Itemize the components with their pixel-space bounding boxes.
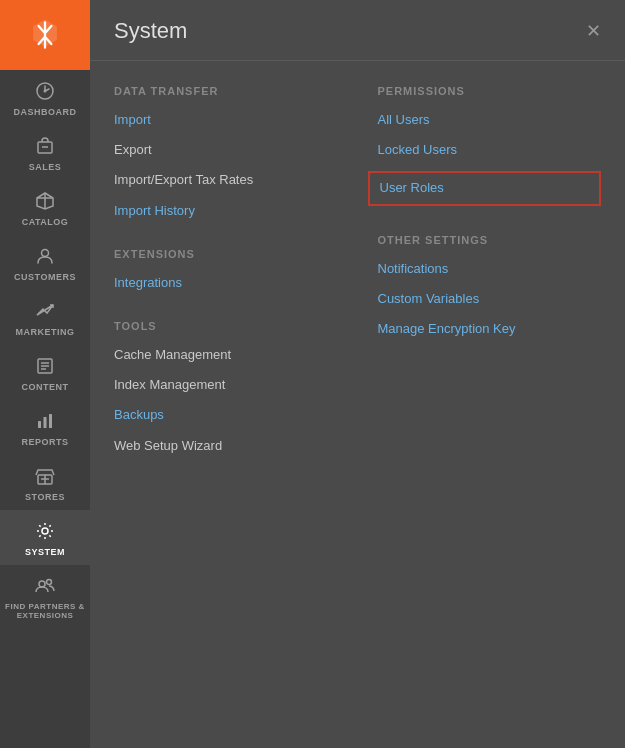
stores-icon — [34, 465, 56, 487]
tools-section: Tools Cache Management Index Management … — [114, 320, 338, 455]
dashboard-icon — [34, 80, 56, 102]
sidebar-item-system[interactable]: SYSTEM — [0, 510, 90, 565]
data-transfer-title: Data Transfer — [114, 85, 338, 97]
panel-header: System ✕ — [90, 0, 625, 61]
svg-point-1 — [44, 90, 47, 93]
locked-users-link[interactable]: Locked Users — [378, 141, 602, 159]
svg-rect-14 — [44, 417, 47, 428]
left-column: Data Transfer Import Export Import/Expor… — [114, 85, 358, 483]
content-icon — [34, 355, 56, 377]
reports-icon — [34, 410, 56, 432]
sidebar-item-content[interactable]: CONTENT — [0, 345, 90, 400]
extensions-title: Extensions — [114, 248, 338, 260]
sidebar-item-label: DASHBOARD — [14, 107, 77, 117]
right-column: Permissions All Users Locked Users User … — [358, 85, 602, 483]
permissions-title: Permissions — [378, 85, 602, 97]
sidebar-item-label: SALES — [29, 162, 62, 172]
catalog-icon — [34, 190, 56, 212]
sidebar-item-label: REPORTS — [21, 437, 68, 447]
sidebar-item-label: CONTENT — [22, 382, 69, 392]
marketing-icon — [34, 300, 56, 322]
magento-logo-icon — [25, 15, 65, 55]
sidebar-item-marketing[interactable]: MARKETING — [0, 290, 90, 345]
sidebar-item-sales[interactable]: SALES — [0, 125, 90, 180]
extensions-section: Extensions Integrations — [114, 248, 338, 292]
svg-point-7 — [42, 250, 49, 257]
panel-content: Data Transfer Import Export Import/Expor… — [90, 61, 625, 507]
sidebar-item-stores[interactable]: STORES — [0, 455, 90, 510]
data-transfer-section: Data Transfer Import Export Import/Expor… — [114, 85, 338, 220]
customers-icon — [34, 245, 56, 267]
index-management-link[interactable]: Index Management — [114, 376, 338, 394]
export-link[interactable]: Export — [114, 141, 338, 159]
system-panel: System ✕ Data Transfer Import Export Imp… — [90, 0, 625, 748]
sidebar: DASHBOARD SALES CATALOG — [0, 0, 90, 748]
svg-rect-15 — [49, 414, 52, 428]
permissions-section: Permissions All Users Locked Users User … — [378, 85, 602, 206]
other-settings-section: Other Settings Notifications Custom Vari… — [378, 234, 602, 339]
custom-variables-link[interactable]: Custom Variables — [378, 290, 602, 308]
web-setup-wizard-link[interactable]: Web Setup Wizard — [114, 437, 338, 455]
sidebar-item-customers[interactable]: CUSTOMERS — [0, 235, 90, 290]
user-roles-link[interactable]: User Roles — [368, 171, 602, 205]
sidebar-item-label: FIND PARTNERS & EXTENSIONS — [5, 602, 85, 620]
sales-icon — [34, 135, 56, 157]
cache-management-link[interactable]: Cache Management — [114, 346, 338, 364]
close-button[interactable]: ✕ — [586, 22, 601, 40]
import-link[interactable]: Import — [114, 111, 338, 129]
sidebar-item-catalog[interactable]: CATALOG — [0, 180, 90, 235]
svg-rect-13 — [38, 421, 41, 428]
svg-point-20 — [39, 581, 45, 587]
import-history-link[interactable]: Import History — [114, 202, 338, 220]
svg-point-19 — [42, 528, 48, 534]
sidebar-item-label: MARKETING — [16, 327, 75, 337]
panel-title: System — [114, 18, 187, 44]
sidebar-item-label: STORES — [25, 492, 65, 502]
integrations-link[interactable]: Integrations — [114, 274, 338, 292]
logo[interactable] — [0, 0, 90, 70]
system-icon — [34, 520, 56, 542]
import-export-tax-link[interactable]: Import/Export Tax Rates — [114, 171, 338, 189]
sidebar-item-label: CATALOG — [22, 217, 69, 227]
sidebar-item-label: SYSTEM — [25, 547, 65, 557]
svg-marker-8 — [37, 305, 53, 315]
other-settings-title: Other Settings — [378, 234, 602, 246]
tools-title: Tools — [114, 320, 338, 332]
sidebar-item-dashboard[interactable]: DASHBOARD — [0, 70, 90, 125]
sidebar-item-partners[interactable]: FIND PARTNERS & EXTENSIONS — [0, 565, 90, 628]
sidebar-item-label: CUSTOMERS — [14, 272, 76, 282]
manage-encryption-key-link[interactable]: Manage Encryption Key — [378, 320, 602, 338]
notifications-link[interactable]: Notifications — [378, 260, 602, 278]
partners-icon — [34, 575, 56, 597]
all-users-link[interactable]: All Users — [378, 111, 602, 129]
svg-point-21 — [47, 580, 52, 585]
sidebar-item-reports[interactable]: REPORTS — [0, 400, 90, 455]
backups-link[interactable]: Backups — [114, 406, 338, 424]
